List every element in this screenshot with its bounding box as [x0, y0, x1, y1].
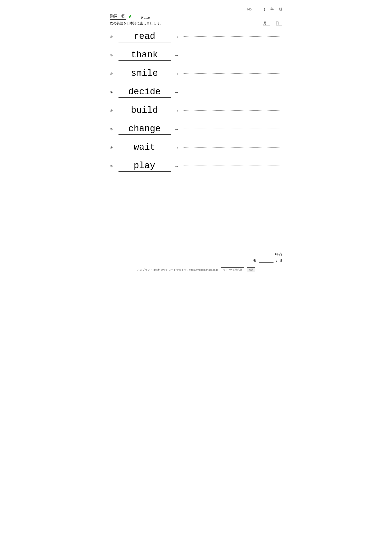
answer-line	[183, 36, 282, 37]
year-label: 年	[270, 7, 274, 11]
day-label: 日	[276, 21, 282, 26]
name-line	[152, 19, 282, 19]
item-number: ②	[110, 54, 119, 57]
item-number: ⑧	[110, 164, 119, 168]
vocab-item: ⑧play→	[110, 159, 282, 173]
arrow-icon: →	[175, 71, 179, 76]
score-label: 得点	[253, 252, 282, 257]
answer-line	[183, 166, 282, 166]
score-max: 8	[280, 258, 282, 263]
footer-section: 得点 モ / 8	[253, 252, 282, 263]
subtitle-row: 次の英語を日本語に直しましょう。 月 日	[110, 21, 282, 26]
arrow-icon: →	[175, 90, 179, 95]
no-paren-close: )	[264, 7, 265, 11]
arrow-icon: →	[175, 34, 179, 40]
vocab-item: ②thank→	[110, 48, 282, 62]
title-section: 動詞 ⑥ A	[110, 14, 132, 20]
no-input-blank	[255, 7, 263, 11]
month-label: 月	[263, 21, 270, 26]
item-number: ⑥	[110, 127, 119, 131]
header-row: 動詞 ⑥ A Name	[110, 14, 282, 20]
item-number: ⑤	[110, 109, 119, 112]
footer-search-btn[interactable]: 検索	[247, 267, 255, 272]
item-number: ①	[110, 35, 119, 39]
answer-line	[183, 147, 282, 148]
item-word: smile	[119, 68, 171, 79]
name-section: Name	[141, 15, 282, 20]
vocab-item: ④decide→	[110, 85, 282, 99]
score-blank	[259, 258, 273, 263]
score-separator: /	[276, 258, 277, 263]
arrow-icon: →	[175, 126, 179, 132]
vocab-item: ①read→	[110, 30, 282, 44]
date-labels: 月 日	[263, 21, 282, 26]
vocab-item: ③smile→	[110, 67, 282, 81]
page-footer: このプリントは無料ダウンロードできます。https://monomanabi.c…	[98, 267, 294, 272]
item-number: ③	[110, 72, 119, 76]
item-word: wait	[119, 142, 171, 153]
name-label: Name	[141, 15, 150, 20]
vocab-list: ①read→②thank→③smile→④decide→⑤build→⑥chan…	[110, 30, 282, 173]
subtitle-text: 次の英語を日本語に直しましょう。	[110, 21, 163, 26]
item-word: build	[119, 105, 171, 116]
item-word: decide	[119, 87, 171, 98]
item-word: thank	[119, 50, 171, 61]
item-word: change	[119, 124, 171, 135]
item-number: ⑦	[110, 146, 119, 149]
item-word: read	[119, 31, 171, 42]
answer-line	[183, 92, 282, 92]
no-label: No.(	[247, 7, 253, 11]
no-row: No.( ) 年 組	[110, 7, 282, 11]
footer-text: このプリントは無料ダウンロードできます。https://monomanabi.c…	[137, 268, 218, 272]
answer-line	[183, 55, 282, 55]
answer-line	[183, 129, 282, 129]
vocab-item: ⑦wait→	[110, 140, 282, 155]
arrow-icon: →	[175, 145, 179, 150]
worksheet-title: 動詞 ⑥	[110, 14, 126, 20]
grade-label: A	[129, 15, 132, 19]
score-row: モ / 8	[253, 258, 282, 263]
score-prefix: モ	[253, 258, 256, 263]
vocab-item: ⑥change→	[110, 122, 282, 136]
item-number: ④	[110, 90, 119, 94]
answer-line	[183, 73, 282, 74]
footer-site: モノマナビ研究所	[221, 267, 244, 272]
vocab-item: ⑤build→	[110, 104, 282, 118]
item-word: play	[119, 161, 171, 172]
arrow-icon: →	[175, 108, 179, 113]
group-label: 組	[279, 7, 282, 11]
arrow-icon: →	[175, 53, 179, 58]
arrow-icon: →	[175, 163, 179, 169]
answer-line	[183, 110, 282, 111]
